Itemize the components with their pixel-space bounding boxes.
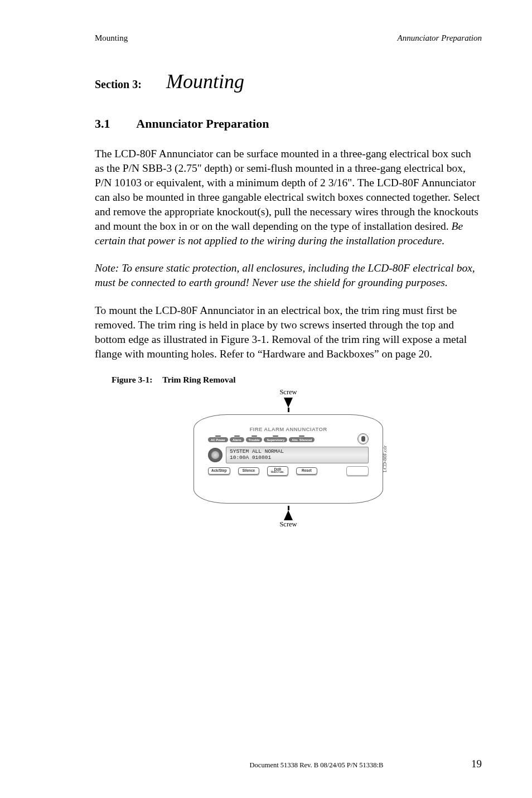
arrow-up-icon xyxy=(284,510,293,520)
header-right: Annunciator Preparation xyxy=(397,33,482,43)
arrow-stem xyxy=(288,408,289,412)
device-title-bar: FIRE ALARM ANNUNCIATOR xyxy=(208,426,369,432)
status-ac-power: AC Power xyxy=(208,436,228,443)
page-number: 19 xyxy=(471,758,482,770)
status-trouble: Trouble xyxy=(246,436,263,443)
led-icon xyxy=(252,436,257,437)
lcd-row: SYSTEM ALL NORMAL 10:00A 010801 xyxy=(208,447,369,463)
led-icon xyxy=(299,436,304,437)
arrow-stem xyxy=(288,506,289,510)
paragraph-3: To mount the LCD-80F Annunciator in an e… xyxy=(95,303,482,361)
subsection-heading: 3.1 Annunciator Preparation xyxy=(95,117,482,131)
status-label: Supervisory xyxy=(264,437,287,442)
figure-caption-text: Trim Ring Removal xyxy=(162,375,235,384)
status-led-row: AC Power Alarm Trouble Supervisory xyxy=(208,433,369,444)
brand-badge-icon xyxy=(208,448,223,462)
subsection-title: Annunciator Preparation xyxy=(136,117,269,130)
running-header: Mounting Annunciator Preparation xyxy=(95,33,482,43)
status-label: Alarm xyxy=(230,437,244,442)
device-button-row: Ack/Step Silence Drill Hold 2 sec. Reset xyxy=(208,466,369,476)
header-left: Mounting xyxy=(95,33,128,43)
subsection-number: 3.1 xyxy=(95,117,134,131)
figure-source-label: LCD-80F.cdr xyxy=(382,446,388,472)
led-icon xyxy=(273,436,278,437)
figure: Screw LCD-80F.cdr FIRE ALARM ANNUNCIATOR… xyxy=(95,388,482,529)
key-slot xyxy=(361,436,365,442)
annunciator-device: LCD-80F.cdr FIRE ALARM ANNUNCIATOR AC Po… xyxy=(194,414,383,504)
status-alarm: Alarm xyxy=(230,436,244,443)
lcd-display: SYSTEM ALL NORMAL 10:00A 010801 xyxy=(226,447,369,463)
screw-label-top: Screw xyxy=(279,388,297,396)
lcd-line-1: SYSTEM ALL NORMAL xyxy=(230,448,284,454)
status-label: AC Power xyxy=(208,437,228,442)
blank-button xyxy=(346,466,369,476)
silence-button: Silence xyxy=(238,467,259,475)
device-face: FIRE ALARM ANNUNCIATOR AC Power Alarm Tr… xyxy=(208,426,369,492)
figure-inner: Screw LCD-80F.cdr FIRE ALARM ANNUNCIATOR… xyxy=(194,388,383,529)
key-switch-icon xyxy=(357,433,369,444)
ack-step-button: Ack/Step xyxy=(208,467,230,475)
led-icon xyxy=(215,436,221,437)
arrow-down-icon xyxy=(284,398,293,408)
drill-button-sublabel: Hold 2 sec. xyxy=(270,471,285,474)
drill-button: Drill Hold 2 sec. xyxy=(267,466,288,476)
figure-caption: Figure 3-1: Trim Ring Removal xyxy=(112,375,482,385)
device-title: FIRE ALARM ANNUNCIATOR xyxy=(249,426,327,432)
reset-button: Reset xyxy=(296,467,317,475)
section-label: Section 3: xyxy=(95,78,142,90)
status-label: Alm. Silenced xyxy=(289,437,315,442)
screw-label-bottom: Screw xyxy=(279,520,297,529)
led-icon xyxy=(234,436,240,437)
section-heading: Section 3: Mounting xyxy=(95,70,482,93)
page-footer: Document 51338 Rev. B 08/24/05 P/N 51338… xyxy=(95,758,482,770)
figure-caption-label: Figure 3-1: xyxy=(112,375,152,384)
paragraph-1: The LCD-80F Annunciator can be surface m… xyxy=(95,147,482,248)
lcd-line-2: 10:00A 010801 xyxy=(230,454,271,461)
paragraph-note: Note: To ensure static protection, all e… xyxy=(95,261,482,290)
section-title: Mounting xyxy=(166,70,244,93)
status-alarm-silenced: Alm. Silenced xyxy=(289,436,315,443)
status-supervisory: Supervisory xyxy=(264,436,287,443)
status-label: Trouble xyxy=(246,437,263,442)
paragraph-1-text: The LCD-80F Annunciator can be surface m… xyxy=(95,148,480,232)
footer-doc-info: Document 51338 Rev. B 08/24/05 P/N 51338… xyxy=(250,761,384,770)
